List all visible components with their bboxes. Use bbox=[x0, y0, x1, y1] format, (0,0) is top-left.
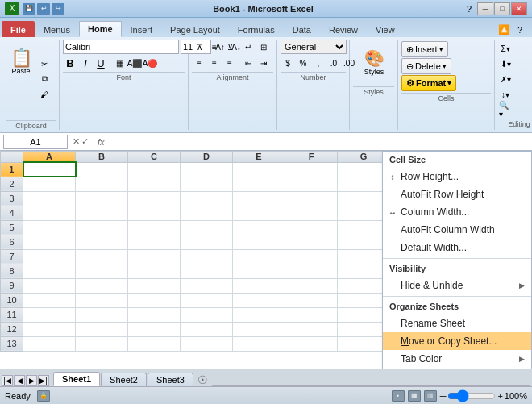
cell-B4[interactable] bbox=[76, 206, 128, 220]
cell-F5[interactable] bbox=[285, 220, 338, 235]
tab-home[interactable]: Home bbox=[79, 21, 122, 37]
sort-button[interactable]: ↕▾ bbox=[498, 87, 513, 102]
cell-F8[interactable] bbox=[285, 264, 338, 278]
close-button[interactable]: ✕ bbox=[511, 2, 527, 15]
tab-menus[interactable]: Menus bbox=[35, 21, 79, 37]
sheet-tab-1[interactable]: Sheet1 bbox=[53, 372, 100, 386]
increase-indent-button[interactable]: ⇥ bbox=[256, 56, 271, 70]
number-format-select[interactable]: General bbox=[281, 40, 347, 54]
cell-B2[interactable] bbox=[76, 177, 128, 191]
cell-D2[interactable] bbox=[181, 177, 233, 191]
cell-F13[interactable] bbox=[285, 336, 338, 351]
styles-button[interactable]: 🎨 Styles bbox=[353, 40, 395, 85]
minimize-button[interactable]: ─ bbox=[477, 2, 493, 15]
col-header-E[interactable]: E bbox=[233, 152, 285, 163]
cell-D10[interactable] bbox=[181, 293, 233, 307]
align-middle-button[interactable]: ≡ bbox=[207, 40, 222, 54]
row-header-7[interactable]: 7 bbox=[1, 249, 23, 264]
normal-view-icon[interactable]: ▪ bbox=[392, 390, 405, 402]
cell-D9[interactable] bbox=[181, 278, 233, 293]
cell-E4[interactable] bbox=[233, 206, 285, 220]
save-quick-icon[interactable]: 💾 bbox=[23, 3, 35, 15]
page-layout-view-icon[interactable]: ▦ bbox=[408, 390, 421, 402]
rename-sheet-item[interactable]: Rename Sheet bbox=[383, 314, 531, 332]
default-width-item[interactable]: Default Width... bbox=[383, 239, 531, 256]
cell-B13[interactable] bbox=[76, 336, 128, 351]
col-header-A[interactable]: A bbox=[23, 152, 76, 163]
row-header-13[interactable]: 13 bbox=[1, 336, 23, 351]
format-painter-button[interactable]: 🖌 bbox=[37, 87, 52, 102]
cell-A11[interactable] bbox=[23, 307, 76, 322]
cell-D12[interactable] bbox=[181, 322, 233, 336]
cell-E2[interactable] bbox=[233, 177, 285, 191]
cell-A10[interactable] bbox=[23, 293, 76, 307]
autofit-row-item[interactable]: AutoFit Row Height bbox=[383, 185, 531, 203]
page-break-view-icon[interactable]: ▥ bbox=[424, 390, 437, 402]
bold-button[interactable]: B bbox=[63, 56, 77, 70]
merge-button[interactable]: ⊞ bbox=[256, 40, 271, 54]
cell-A1[interactable] bbox=[23, 162, 76, 177]
row-header-4[interactable]: 4 bbox=[1, 206, 23, 220]
ribbon-minimize-icon[interactable]: 🔼 bbox=[497, 23, 511, 37]
zoom-slider[interactable] bbox=[447, 393, 496, 399]
formula-input[interactable] bbox=[108, 135, 529, 149]
cell-E10[interactable] bbox=[233, 293, 285, 307]
decrease-indent-button[interactable]: ⇤ bbox=[241, 56, 256, 70]
cell-F1[interactable] bbox=[285, 162, 338, 177]
cell-B5[interactable] bbox=[76, 220, 128, 235]
row-header-6[interactable]: 6 bbox=[1, 235, 23, 249]
row-header-10[interactable]: 10 bbox=[1, 293, 23, 307]
sheet-tab-3[interactable]: Sheet3 bbox=[148, 373, 193, 386]
row-header-2[interactable]: 2 bbox=[1, 177, 23, 191]
cell-D3[interactable] bbox=[181, 191, 233, 206]
cell-C6[interactable] bbox=[128, 235, 181, 249]
align-right-button[interactable]: ≡ bbox=[222, 56, 237, 70]
zoom-in-button[interactable]: + bbox=[497, 391, 502, 401]
cell-E7[interactable] bbox=[233, 249, 285, 264]
row-header-9[interactable]: 9 bbox=[1, 278, 23, 293]
cell-B8[interactable] bbox=[76, 264, 128, 278]
delete-button[interactable]: ⊖ Delete ▾ bbox=[401, 58, 451, 74]
cell-B1[interactable] bbox=[76, 162, 128, 177]
add-sheet-button[interactable]: ☉ bbox=[194, 373, 211, 386]
italic-button[interactable]: I bbox=[78, 56, 93, 70]
paste-button[interactable]: 📋 Paste bbox=[6, 40, 35, 85]
wrap-text-button[interactable]: ↵ bbox=[241, 40, 256, 54]
row-header-11[interactable]: 11 bbox=[1, 307, 23, 322]
cell-D6[interactable] bbox=[181, 235, 233, 249]
fill-color-button[interactable]: A⬛ bbox=[127, 56, 142, 70]
align-bottom-button[interactable]: ⊻ bbox=[222, 40, 237, 54]
cell-B7[interactable] bbox=[76, 249, 128, 264]
tab-page-layout[interactable]: Page Layout bbox=[161, 21, 229, 37]
cell-E11[interactable] bbox=[233, 307, 285, 322]
align-center-button[interactable]: ≡ bbox=[207, 56, 222, 70]
cell-A2[interactable] bbox=[23, 177, 76, 191]
cell-F9[interactable] bbox=[285, 278, 338, 293]
find-button[interactable]: 🔍▾ bbox=[498, 102, 513, 117]
autofit-col-item[interactable]: AutoFit Column Width bbox=[383, 221, 531, 239]
cell-F12[interactable] bbox=[285, 322, 338, 336]
help-icon[interactable]: ? bbox=[462, 2, 476, 15]
zoom-out-button[interactable]: ─ bbox=[440, 391, 447, 401]
cell-D8[interactable] bbox=[181, 264, 233, 278]
border-button[interactable]: ▦ bbox=[112, 56, 127, 70]
cell-E5[interactable] bbox=[233, 220, 285, 235]
row-header-5[interactable]: 5 bbox=[1, 220, 23, 235]
cell-F11[interactable] bbox=[285, 307, 338, 322]
cell-D5[interactable] bbox=[181, 220, 233, 235]
col-header-F[interactable]: F bbox=[285, 152, 338, 163]
sheet-prev-button[interactable]: ◀ bbox=[14, 375, 25, 386]
cell-F10[interactable] bbox=[285, 293, 338, 307]
cell-B9[interactable] bbox=[76, 278, 128, 293]
cell-C12[interactable] bbox=[128, 322, 181, 336]
row-height-item[interactable]: ↕ Row Height... bbox=[383, 168, 531, 185]
cell-B11[interactable] bbox=[76, 307, 128, 322]
col-header-B[interactable]: B bbox=[76, 152, 128, 163]
cell-C11[interactable] bbox=[128, 307, 181, 322]
row-header-3[interactable]: 3 bbox=[1, 191, 23, 206]
cell-C10[interactable] bbox=[128, 293, 181, 307]
cell-F4[interactable] bbox=[285, 206, 338, 220]
col-header-D[interactable]: D bbox=[181, 152, 233, 163]
cell-E3[interactable] bbox=[233, 191, 285, 206]
cell-A12[interactable] bbox=[23, 322, 76, 336]
